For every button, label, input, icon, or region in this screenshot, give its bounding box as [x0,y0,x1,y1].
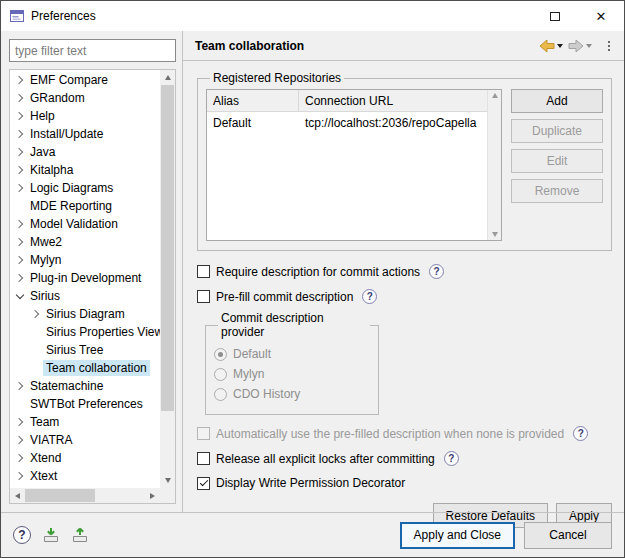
provider-option-mylyn: Mylyn [214,367,370,381]
expand-chevron[interactable] [13,379,27,393]
expand-chevron[interactable] [29,307,43,321]
scroll-right-icon[interactable] [145,488,160,503]
tree-item[interactable]: Xtend [10,449,160,467]
dialog-button-bar: ? Apply and Close Cancel [1,512,624,557]
tree-item-label: Model Validation [27,216,121,232]
filter-input[interactable] [9,39,176,62]
expand-chevron[interactable] [13,271,27,285]
expand-chevron[interactable] [13,73,27,87]
provider-radio-list: DefaultMylynCDO History [214,347,370,401]
tree-item[interactable]: Mylyn [10,251,160,269]
tree-item-label: Xtend [27,450,64,466]
page-title: Team collaboration [195,39,304,53]
tree-horizontal-scrollbar[interactable] [10,488,160,503]
table-vertical-scrollbar[interactable] [487,90,501,240]
help-icon[interactable]: ? [13,526,31,544]
tree-item-label: Statemachine [27,378,106,394]
expand-chevron[interactable] [13,163,27,177]
tree-item[interactable]: MDE Reporting [10,197,160,215]
scroll-up-icon [492,93,498,98]
column-header[interactable]: Alias [207,90,299,111]
tree-item[interactable]: Sirius Diagram [10,305,160,323]
tree-item[interactable]: Sirius Tree [10,341,160,359]
tree-item[interactable]: Sirius Properties View [10,323,160,341]
tree-item-label: Plug-in Development [27,270,144,286]
expand-chevron [13,397,27,411]
tree-item[interactable]: Statemachine [10,377,160,395]
tree-item[interactable]: Sirius [10,287,160,305]
tree-item-label: Xtext [27,468,60,484]
scrollbar-thumb[interactable] [161,85,174,411]
prefill-description-checkbox[interactable] [197,290,210,303]
tree-item-label: SWTBot Preferences [27,396,146,412]
expand-chevron[interactable] [13,253,27,267]
back-button[interactable] [539,39,563,53]
tree-item[interactable]: SWTBot Preferences [10,395,160,413]
apply-and-close-button[interactable]: Apply and Close [400,522,515,549]
forward-button[interactable] [568,39,592,53]
scroll-up-icon[interactable] [160,70,175,85]
tree-item[interactable]: Help [10,107,160,125]
scroll-down-icon[interactable] [160,473,175,488]
tree-item-label: GRandom [27,90,88,106]
tree-item[interactable]: Plug-in Development [10,269,160,287]
expand-chevron[interactable] [13,109,27,123]
table-row[interactable]: Defaulttcp://localhost:2036/repoCapella [207,112,487,133]
release-locks-checkbox[interactable] [197,452,210,465]
tree-item[interactable]: Install/Update [10,125,160,143]
help-icon[interactable]: ? [573,426,588,441]
titlebar: Preferences ✕ [1,1,624,31]
tree-item[interactable]: Kitalpha [10,161,160,179]
expand-chevron[interactable] [13,415,27,429]
expand-chevron[interactable] [13,451,27,465]
tree-item[interactable]: Logic Diagrams [10,179,160,197]
add-button[interactable]: Add [511,89,603,113]
scrollbar-thumb[interactable] [25,489,95,502]
expand-chevron[interactable] [13,145,27,159]
tree-item[interactable]: VIATRA [10,431,160,449]
scroll-left-icon[interactable] [10,488,25,503]
close-icon: ✕ [596,10,607,23]
radio-button [214,368,227,381]
tree-item[interactable]: Java [10,143,160,161]
tree-item[interactable]: Model Validation [10,215,160,233]
help-icon[interactable]: ? [362,289,377,304]
export-preferences-icon[interactable] [71,526,89,544]
column-header[interactable]: Connection URL [299,90,487,111]
close-button[interactable]: ✕ [578,1,624,31]
radio-label: Default [233,347,271,361]
import-preferences-icon[interactable] [42,526,60,544]
tree-item[interactable]: Mwe2 [10,233,160,251]
expand-chevron[interactable] [13,127,27,141]
radio-button [214,388,227,401]
cancel-button[interactable]: Cancel [524,522,612,549]
require-description-checkbox[interactable] [197,265,210,278]
tree-item[interactable]: Team collaboration [10,359,160,377]
forward-icon [568,39,584,53]
tree-item[interactable]: Team [10,413,160,431]
navigation-panel: EMF CompareGRandomHelpInstall/UpdateJava… [1,31,182,512]
tree-item-label: Mwe2 [27,234,65,250]
tree-item-label: Help [27,108,58,124]
duplicate-button: Duplicate [511,119,603,143]
help-icon[interactable]: ? [444,451,459,466]
maximize-button[interactable] [532,1,578,31]
window-title: Preferences [31,9,96,23]
tree-vertical-scrollbar[interactable] [160,70,175,488]
provider-option-cdo-history: CDO History [214,387,370,401]
display-decorator-checkbox[interactable] [197,477,210,490]
tree-item[interactable]: Xtext [10,467,160,485]
tree-item[interactable]: EMF Compare [10,71,160,89]
expand-chevron[interactable] [13,289,27,303]
help-icon[interactable]: ? [429,264,444,279]
expand-chevron[interactable] [13,469,27,483]
commit-description-provider-label: Commit description provider [218,311,370,339]
expand-chevron[interactable] [13,91,27,105]
expand-chevron[interactable] [13,235,27,249]
expand-chevron[interactable] [13,181,27,195]
view-menu-icon[interactable] [602,38,616,54]
tree-item[interactable]: GRandom [10,89,160,107]
expand-chevron [29,343,43,357]
expand-chevron[interactable] [13,433,27,447]
expand-chevron[interactable] [13,217,27,231]
